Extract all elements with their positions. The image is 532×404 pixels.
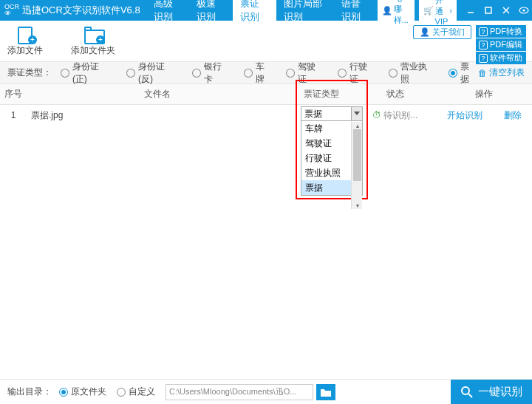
radio-original-folder[interactable]: 原文件夹 [59,386,106,398]
radio-icon [192,69,201,78]
maximize-button[interactable] [483,5,494,16]
add-file-button[interactable]: 添加文件 [7,25,43,57]
add-folder-label: 添加文件夹 [71,44,115,57]
minimize-button[interactable] [466,5,476,16]
radio-icon [61,69,69,78]
table-body: 1 票据.jpg ⏱ 待识别... 开始识别 删除 票据 车牌 驾驶证 行驶证 … [0,105,532,384]
radio-bank[interactable]: 银行卡 [192,61,230,86]
output-path-input[interactable] [166,384,313,400]
recognize-label: 一键识别 [478,385,522,399]
scroll-up-icon: ▴ [352,122,363,129]
radio-icon [117,388,126,397]
tab-fast[interactable]: 极速识别 [189,0,233,21]
radio-icon [449,69,457,78]
chevron-right-icon: › [449,6,452,15]
tab-voice[interactable]: 语音识别 [334,0,378,21]
folder-plus-icon [83,25,103,43]
radio-custom-folder[interactable]: 自定义 [117,386,155,398]
help-icon: ? [479,41,488,49]
radio-id-front[interactable]: 身份证(正) [61,61,113,86]
app-title: 迅捷OCR文字识别软件V6.8 [22,4,140,17]
clear-list-button[interactable]: 🗑 清空列表 [478,66,525,79]
user-icon: 👤 [420,27,430,37]
window-controls [466,5,529,16]
link-label: PDF编辑 [490,39,522,50]
user-icon: 👤 [382,6,392,16]
radio-icon [389,69,398,78]
search-icon [460,386,474,399]
col-operation: 操作 [436,88,532,100]
about-label: 关于我们 [432,27,465,38]
svg-point-5 [523,10,525,12]
software-help-link[interactable]: ?软件帮助 [476,52,526,64]
toolbar-right: 👤 关于我们 ?PDF转换 ?PDF编辑 ?软件帮助 [413,25,526,64]
output-label: 输出目录： [7,386,52,398]
col-filename: 文件名 [27,88,288,100]
help-icon: ? [479,54,488,63]
radio-icon [338,69,347,78]
footer: 输出目录： 原文件夹 自定义 一键识别 [0,379,532,404]
scroll-thumb[interactable] [353,129,361,181]
file-plus-icon [15,25,35,43]
close-button[interactable] [501,5,511,16]
titlebar: OCR 👁 迅捷OCR文字识别软件V6.8 高级识别 极速识别 票证识别 图片局… [0,0,532,21]
scroll-down-icon: ▾ [352,202,363,209]
dropdown-value: 票据 [304,108,322,120]
filter-label: 票证类型： [7,66,52,79]
cart-icon: 🛒 [423,6,434,16]
col-index: 序号 [0,88,27,100]
cell-index: 1 [0,110,27,120]
radio-icon [59,388,68,397]
folder-icon [320,387,332,397]
about-button[interactable]: 👤 关于我们 [413,25,471,39]
table-row: 1 票据.jpg ⏱ 待识别... 开始识别 删除 [0,105,532,126]
svg-line-7 [468,394,472,397]
main-tabs: 高级识别 极速识别 票证识别 图片局部识别 语音识别 [146,0,378,21]
dropdown-scrollbar[interactable]: ▴ ▾ [351,122,362,209]
cell-filename: 票据.jpg [27,109,288,122]
filter-row: 票证类型： 身份证(正) 身份证(反) 银行卡 车牌 驾驶证 行驶证 营业执照 … [0,62,532,84]
radio-plate[interactable]: 车牌 [244,61,273,86]
radio-icon [244,69,253,78]
add-file-label: 添加文件 [7,44,43,57]
browse-folder-button[interactable] [316,384,335,400]
radio-id-back[interactable]: 身份证(反) [126,61,179,86]
clear-label: 清空列表 [489,66,525,79]
start-recognize-link[interactable]: 开始识别 [447,109,482,122]
cell-status: ⏱ 待识别... [355,109,436,122]
dropdown-selected[interactable]: 票据 [301,106,363,121]
link-label: 软件帮助 [490,52,522,64]
table-header: 序号 文件名 票证类型 状态 操作 [0,84,532,105]
status-text: 待识别... [383,109,417,122]
pdf-edit-link[interactable]: ?PDF编辑 [476,38,526,51]
recognize-button[interactable]: 一键识别 [451,380,532,405]
trash-icon: 🗑 [478,68,487,78]
clock-icon: ⏱ [372,110,381,120]
radio-driver[interactable]: 驾驶证 [286,61,324,86]
chevron-down-icon [351,107,362,120]
pdf-convert-link[interactable]: ?PDF转换 [476,25,526,38]
add-folder-button[interactable]: 添加文件夹 [71,25,115,57]
radio-vehicle[interactable]: 行驶证 [338,61,375,86]
app-logo: OCR 👁 [4,4,19,17]
col-status: 状态 [355,88,436,100]
eye-button[interactable] [519,5,529,16]
help-icon: ? [479,27,488,36]
cell-operation: 开始识别 删除 [436,109,532,122]
delete-link[interactable]: 删除 [504,109,522,122]
toolbar: 添加文件 添加文件夹 👤 关于我们 ?PDF转换 ?PDF编辑 ?软件帮助 [0,21,532,62]
svg-rect-1 [485,7,491,13]
radio-icon [126,69,135,78]
link-label: PDF转换 [490,26,522,37]
tab-region[interactable]: 图片局部识别 [276,0,334,21]
col-type: 票证类型 [288,88,355,100]
radio-icon [286,69,295,78]
tab-ticket[interactable]: 票证识别 [233,0,276,21]
tab-advanced[interactable]: 高级识别 [146,0,190,21]
type-dropdown: 票据 车牌 驾驶证 行驶证 营业执照 票据 ▴ ▾ [301,106,363,196]
svg-point-6 [462,387,469,394]
